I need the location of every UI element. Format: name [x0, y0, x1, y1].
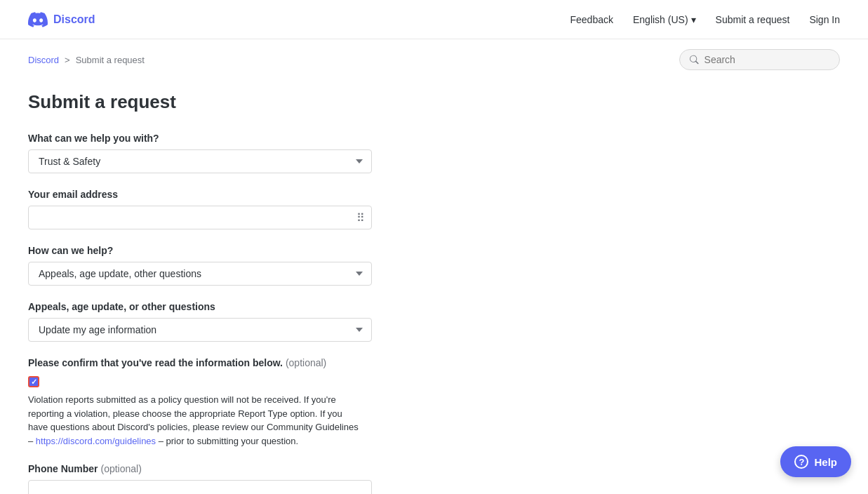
language-button[interactable]: English (US) ▾: [633, 14, 696, 25]
email-input-wrapper: ⠿: [28, 206, 372, 229]
how-help-select[interactable]: Appeals, age update, other questions Rep…: [28, 262, 372, 286]
feedback-link[interactable]: Feedback: [570, 14, 613, 25]
discord-logo[interactable]: Discord: [28, 10, 95, 29]
help-button[interactable]: ? Help: [780, 446, 851, 477]
help-with-select[interactable]: Trust & Safety Billing Account Technical…: [28, 149, 372, 173]
checkbox-wrapper: [28, 375, 435, 387]
page-title: Submit a request: [28, 91, 435, 113]
email-input[interactable]: [28, 206, 372, 229]
confirm-checkbox[interactable]: [28, 376, 39, 387]
submit-request-link[interactable]: Submit a request: [716, 14, 790, 25]
appeals-group: Appeals, age update, or other questions …: [28, 301, 435, 342]
phone-label: Phone Number (optional): [28, 463, 435, 474]
breadcrumb: Discord > Submit a request: [28, 55, 145, 65]
confirm-label: Please confirm that you've read the info…: [28, 357, 435, 368]
help-with-label: What can we help you with?: [28, 133, 435, 144]
phone-input[interactable]: [28, 480, 372, 494]
how-help-label: How can we help?: [28, 245, 435, 256]
help-circle-icon: ?: [794, 455, 808, 469]
search-bar: [679, 49, 840, 70]
breadcrumb-discord[interactable]: Discord: [28, 55, 59, 65]
breadcrumb-separator: >: [65, 55, 70, 65]
confirm-text: Violation reports submitted as a policy …: [28, 393, 363, 448]
phone-optional: (optional): [100, 463, 141, 474]
header: Discord Feedback English (US) ▾ Submit a…: [0, 0, 868, 39]
search-icon: [690, 55, 699, 65]
chevron-down-icon: ▾: [691, 14, 696, 25]
appeals-label: Appeals, age update, or other questions: [28, 301, 435, 312]
confirm-optional: (optional): [286, 357, 326, 368]
search-input[interactable]: [705, 54, 829, 65]
header-nav: Feedback English (US) ▾ Submit a request…: [570, 14, 840, 25]
guidelines-link[interactable]: https://discord.com/guidelines: [36, 436, 156, 446]
appeals-select[interactable]: Update my age information Submit an appe…: [28, 318, 372, 342]
sign-in-link[interactable]: Sign In: [809, 14, 840, 25]
how-help-group: How can we help? Appeals, age update, ot…: [28, 245, 435, 286]
main-content: Submit a request What can we help you wi…: [0, 70, 463, 494]
help-with-group: What can we help you with? Trust & Safet…: [28, 133, 435, 173]
discord-logo-icon: [28, 10, 48, 29]
submit-request-form: What can we help you with? Trust & Safet…: [28, 133, 435, 494]
phone-group: Phone Number (optional) Registered using…: [28, 463, 435, 494]
help-button-label: Help: [814, 456, 837, 468]
email-group: Your email address ⠿: [28, 189, 435, 229]
email-label: Your email address: [28, 189, 435, 200]
logo-text: Discord: [53, 13, 95, 26]
breadcrumb-current: Submit a request: [76, 55, 145, 65]
email-icon: ⠿: [356, 211, 365, 225]
confirm-section: Please confirm that you've read the info…: [28, 357, 435, 448]
